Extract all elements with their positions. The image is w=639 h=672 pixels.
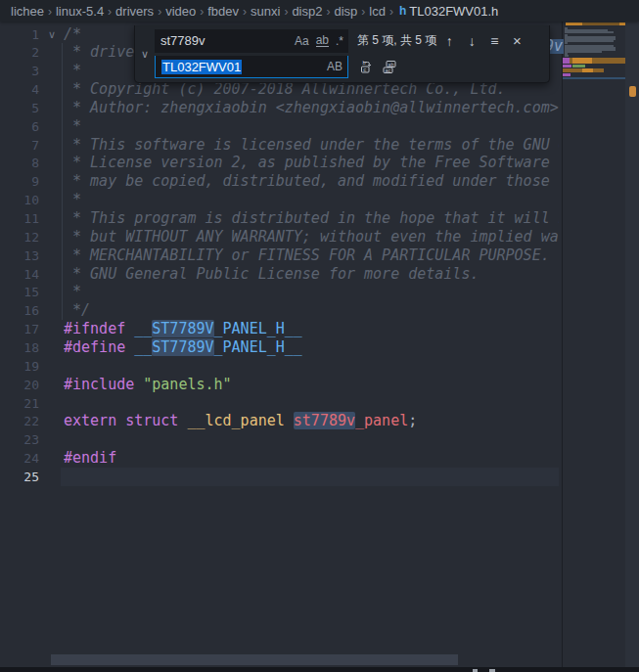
preserve-case-icon[interactable]: AB (327, 60, 342, 73)
replace-all-button[interactable]: ab ac (380, 57, 399, 77)
code-token: * (64, 191, 81, 208)
chevron-down-icon: ∨ (141, 48, 149, 61)
minimap[interactable] (562, 0, 625, 672)
minimap-line-bar (582, 68, 593, 72)
code-token: * License version 2, as published by the… (64, 154, 559, 171)
svg-text:c: c (363, 67, 366, 72)
code-line-10[interactable]: * (64, 191, 81, 209)
line-number-18: 18 (0, 338, 39, 357)
code-token: __ (134, 320, 152, 337)
replace-all-icon: ab ac (382, 59, 397, 74)
code-editor[interactable]: 1∨23456789101112131415161718192021222324… (0, 0, 639, 672)
breadcrumb-item-video[interactable]: video (165, 4, 196, 19)
code-line-14[interactable]: * GNU General Public License for more de… (64, 265, 479, 284)
code-token: _PANEL_H__ (214, 338, 302, 356)
code-line-8[interactable]: * License version 2, as published by the… (64, 154, 559, 172)
code-line-3[interactable]: * (64, 62, 81, 80)
breadcrumb-item-disp[interactable]: disp (334, 4, 357, 19)
code-line-5[interactable]: * Author: zhengxiaobin <zhengxiaobin@all… (64, 99, 559, 117)
svg-text:b: b (363, 60, 366, 66)
code-token (285, 412, 294, 429)
line-number-11: 11 (0, 209, 39, 228)
code-line-12[interactable]: * but WITHOUT ANY WARRANTY; without even… (64, 228, 559, 246)
line-number-13: 13 (0, 246, 39, 265)
find-widget: ∨ st7789v Aa ab .* 第 5 项, 共 5 项 ↑ ↓ ≡ × (134, 25, 550, 83)
minimap-line-bar (565, 51, 602, 53)
breadcrumb-item-sunxi[interactable]: sunxi (251, 4, 280, 19)
current-line-highlight (61, 468, 559, 486)
chevron-right-icon: › (389, 5, 393, 19)
code-line-13[interactable]: * MERCHANTABILITY or FITNESS FOR A PARTI… (64, 246, 559, 265)
chevron-right-icon: › (108, 5, 112, 19)
whole-word-icon[interactable]: ab (316, 35, 329, 47)
chevron-right-icon: › (284, 5, 288, 19)
code-token: ; (408, 412, 417, 429)
find-match-highlight: st7789v (294, 412, 355, 429)
code-line-22[interactable]: extern struct __lcd_panel st7789v_panel; (64, 412, 417, 430)
code-token: * (64, 283, 81, 300)
code-token: #include (64, 376, 143, 393)
code-token: "panels.h" (143, 376, 231, 393)
code-line-9[interactable]: * may be copied, distributed, and modifi… (64, 172, 559, 191)
code-token: __ (134, 338, 152, 356)
line-number-22: 22 (0, 412, 39, 430)
find-input-value: st7789v (160, 33, 288, 48)
breadcrumb-item-fbdev[interactable]: fbdev (207, 4, 239, 19)
line-number-4: 4 (0, 80, 39, 99)
code-line-11[interactable]: * This program is distributed in the hop… (64, 209, 559, 228)
find-match-highlight: ST7789V (152, 320, 213, 337)
find-input[interactable]: st7789v Aa ab .* (155, 29, 348, 53)
minimap-line-bar (565, 40, 614, 42)
find-in-selection-button[interactable]: ≡ (484, 30, 504, 51)
line-number-9: 9 (0, 172, 39, 191)
line-number-20: 20 (0, 376, 39, 394)
panel-edge (0, 667, 639, 672)
code-line-20[interactable]: #include "panels.h" (64, 376, 232, 394)
code-line-7[interactable]: * This software is licensed under the te… (64, 136, 559, 155)
code-line-16[interactable]: */ (64, 301, 90, 320)
code-token: * may be copied, distributed, and modifi… (64, 172, 559, 190)
code-token: #ifndef (64, 320, 134, 337)
replace-input[interactable]: TL032FWV01 AB (155, 56, 348, 79)
code-token: * Author: zhengxiaobin <zhengxiaobin@all… (64, 99, 559, 116)
line-number-15: 15 (0, 283, 39, 301)
code-token: * driver (64, 43, 143, 61)
minimap-line-bar (572, 65, 585, 67)
fold-chevron-icon[interactable]: ∨ (45, 25, 59, 44)
code-line-6[interactable]: * (64, 117, 81, 136)
code-line-2[interactable]: * driver (64, 43, 143, 62)
line-number-14: 14 (0, 265, 39, 284)
code-token: * This software is licensed under the te… (64, 136, 559, 154)
breadcrumb-file-name[interactable]: TL032FWV01.h (409, 4, 498, 19)
line-number-3: 3 (0, 62, 39, 80)
code-line-1[interactable]: /* (64, 25, 81, 44)
code-line-18[interactable]: #define __ST7789V_PANEL_H__ (64, 338, 302, 357)
find-match-highlight: ST7789V (152, 338, 213, 356)
code-token: #define (64, 338, 134, 356)
code-line-17[interactable]: #ifndef __ST7789V_PANEL_H__ (64, 320, 302, 338)
replace-button[interactable]: c b (357, 57, 377, 77)
breadcrumb-item-lichee[interactable]: lichee (11, 4, 44, 19)
toggle-replace-button[interactable]: ∨ (135, 25, 155, 82)
regex-icon[interactable]: .* (336, 34, 343, 48)
line-number-17: 17 (0, 320, 39, 338)
horizontal-scrollbar[interactable] (51, 654, 458, 665)
next-match-button[interactable]: ↓ (462, 30, 481, 51)
code-token: #endif (64, 449, 116, 467)
match-case-icon[interactable]: Aa (295, 34, 309, 48)
previous-match-button[interactable]: ↑ (439, 30, 459, 51)
code-token: * (64, 62, 81, 79)
breadcrumb-item-linux-5.4[interactable]: linux-5.4 (56, 4, 104, 19)
breadcrumb-item-disp2[interactable]: disp2 (292, 4, 322, 19)
code-line-24[interactable]: #endif (64, 449, 116, 468)
breadcrumb-item-lcd[interactable]: lcd (369, 4, 386, 19)
breadcrumb-item-drivers[interactable]: drivers (115, 4, 154, 19)
code-token: extern struct (64, 412, 187, 429)
replace-icon: c b (359, 59, 375, 74)
minimap-line-bar (563, 73, 571, 76)
close-find-widget-button[interactable]: × (507, 30, 526, 51)
minimap-line-bar (565, 31, 614, 33)
code-line-15[interactable]: * (64, 283, 81, 301)
overview-ruler[interactable] (625, 22, 639, 667)
line-number-2: 2 (0, 43, 39, 62)
